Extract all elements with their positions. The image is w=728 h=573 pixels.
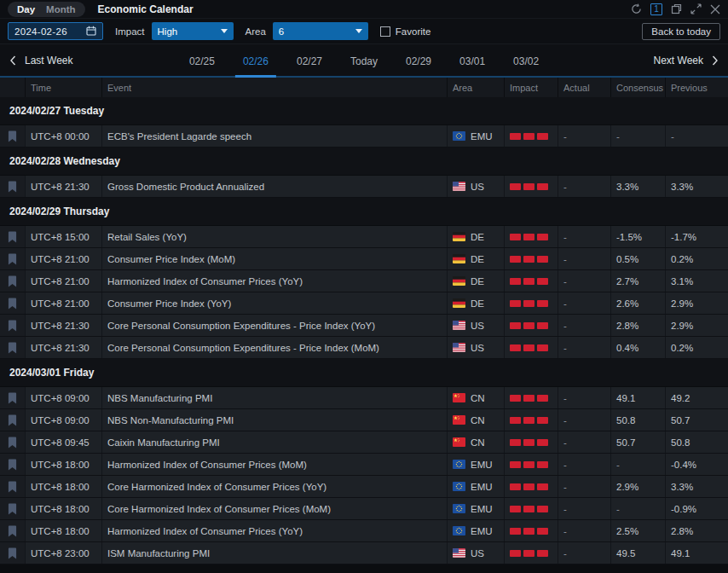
- event-consensus: -1.5%: [611, 226, 666, 247]
- bookmark-icon[interactable]: [0, 337, 26, 358]
- area-code: EMU: [471, 504, 493, 514]
- impact-bars-icon: [510, 528, 551, 535]
- impact-indicator: [505, 498, 558, 519]
- bookmark-icon[interactable]: [0, 409, 26, 431]
- event-row[interactable]: UTC+8 21:00Harmonized Index of Consumer …: [0, 270, 728, 292]
- bookmark-icon[interactable]: [0, 520, 26, 541]
- event-area: EMU: [448, 454, 505, 475]
- date-strip-item[interactable]: 02/27: [292, 44, 326, 78]
- event-previous: 3.1%: [666, 270, 728, 292]
- impact-bars-icon: [510, 483, 551, 490]
- bookmark-icon[interactable]: [0, 431, 26, 453]
- event-name: Harmonized Index of Consumer Prices (YoY…: [102, 520, 448, 541]
- duplicate-window-icon[interactable]: [671, 3, 682, 14]
- impact-indicator: [505, 431, 558, 453]
- date-strip-item[interactable]: 03/02: [509, 44, 543, 78]
- date-strip-item[interactable]: 03/01: [455, 44, 489, 78]
- event-row[interactable]: UTC+8 18:00Harmonized Index of Consumer …: [0, 454, 728, 476]
- bookmark-icon[interactable]: [0, 270, 26, 292]
- section-date-header: 2024/03/01 Friday: [0, 359, 728, 387]
- date-strip-item[interactable]: 02/25: [185, 44, 219, 78]
- event-time: UTC+8 21:30: [26, 176, 102, 197]
- bookmark-icon[interactable]: [0, 315, 26, 336]
- next-week-label: Next Week: [654, 55, 703, 67]
- refresh-icon[interactable]: [631, 3, 642, 14]
- event-row[interactable]: UTC+8 09:00NBS Non-Manufacturing PMICN-5…: [0, 409, 728, 431]
- date-strip-item[interactable]: Today: [346, 44, 382, 78]
- event-row[interactable]: UTC+8 21:30Core Personal Consumption Exp…: [0, 315, 728, 337]
- view-toggle: Day Month: [8, 2, 85, 17]
- expand-icon[interactable]: [690, 3, 702, 14]
- bookmark-icon[interactable]: [0, 498, 26, 519]
- event-area: EMU: [448, 476, 505, 497]
- event-row[interactable]: UTC+8 23:00ISM Manufacturing PMIUS-49.54…: [0, 542, 728, 564]
- event-row[interactable]: UTC+8 09:45Caixin Manufacturing PMICN-50…: [0, 431, 728, 454]
- event-row[interactable]: UTC+8 18:00Core Harmonized Index of Cons…: [0, 498, 728, 520]
- back-to-today-button[interactable]: Back to today: [642, 23, 720, 40]
- last-week-button[interactable]: Last Week: [9, 55, 72, 67]
- event-area: CN: [448, 409, 505, 431]
- event-name: Gross Domestic Product Annualized: [102, 176, 448, 197]
- event-row[interactable]: UTC+8 18:00Core Harmonized Index of Cons…: [0, 476, 728, 498]
- date-strip-item[interactable]: 02/29: [402, 44, 436, 78]
- date-picker[interactable]: 2024-02-26: [8, 22, 103, 40]
- section-date-header: 2024/02/27 Tuesday: [0, 97, 728, 125]
- event-row[interactable]: UTC+8 21:30Gross Domestic Product Annual…: [0, 176, 728, 198]
- bookmark-icon[interactable]: [0, 476, 26, 497]
- close-icon[interactable]: [710, 4, 720, 14]
- header-consensus: Consensus: [611, 78, 666, 97]
- impact-bars-icon: [510, 278, 551, 285]
- event-time: UTC+8 18:00: [26, 520, 102, 541]
- bookmark-icon[interactable]: [0, 454, 26, 475]
- bookmark-icon[interactable]: [0, 542, 26, 564]
- impact-indicator: [505, 292, 558, 314]
- impact-bars-icon: [510, 550, 551, 557]
- event-area: DE: [448, 292, 505, 314]
- event-name: ISM Manufacturing PMI: [102, 542, 448, 564]
- event-previous: 3.3%: [666, 476, 728, 497]
- impact-indicator: [505, 176, 558, 197]
- page-title: Economic Calendar: [98, 3, 194, 15]
- impact-select[interactable]: High: [152, 22, 234, 40]
- tab-month[interactable]: Month: [46, 4, 75, 14]
- event-time: UTC+8 09:00: [26, 409, 102, 431]
- bookmark-icon[interactable]: [0, 248, 26, 269]
- calendar-icon: [86, 26, 96, 38]
- area-code: US: [471, 321, 484, 331]
- event-row[interactable]: UTC+8 18:00Harmonized Index of Consumer …: [0, 520, 728, 542]
- cn-flag-icon: [453, 415, 465, 425]
- event-area: DE: [448, 270, 505, 292]
- favorite-filter[interactable]: Favorite: [380, 26, 431, 37]
- bookmark-icon[interactable]: [0, 292, 26, 314]
- event-previous: 50.7: [666, 409, 728, 431]
- tab-count-badge[interactable]: 1: [650, 3, 662, 15]
- bookmark-icon[interactable]: [0, 125, 26, 147]
- chevron-down-icon: [355, 29, 362, 33]
- event-row[interactable]: UTC+8 21:30Core Personal Consumption Exp…: [0, 337, 728, 359]
- area-code: US: [471, 548, 484, 559]
- event-actual: -: [558, 387, 611, 408]
- event-actual: -: [558, 498, 611, 519]
- bookmark-icon[interactable]: [0, 176, 26, 197]
- week-navigation: Last Week 02/2502/2602/27Today02/2903/01…: [0, 44, 728, 78]
- event-row[interactable]: UTC+8 21:00Consumer Price Index (MoM)DE-…: [0, 248, 728, 270]
- table-header: Time Event Area Impact Actual Consensus …: [0, 78, 728, 97]
- bookmark-icon[interactable]: [0, 226, 26, 247]
- eu-flag-icon: [453, 482, 465, 491]
- event-time: UTC+8 21:00: [26, 292, 102, 314]
- impact-indicator: [505, 125, 558, 147]
- event-name: Core Personal Consumption Expenditures -…: [102, 337, 448, 358]
- event-row[interactable]: UTC+8 09:00NBS Manufacturing PMICN-49.14…: [0, 387, 728, 409]
- favorite-checkbox[interactable]: [380, 26, 390, 37]
- event-row[interactable]: UTC+8 00:00ECB's President Lagarde speec…: [0, 125, 728, 148]
- event-row[interactable]: UTC+8 15:00Retail Sales (YoY)DE--1.5%-1.…: [0, 226, 728, 248]
- event-actual: -: [558, 226, 611, 247]
- next-week-button[interactable]: Next Week: [654, 55, 719, 67]
- area-select[interactable]: 6: [273, 22, 368, 40]
- event-actual: -: [558, 454, 611, 475]
- date-strip-item[interactable]: 02/26: [239, 44, 273, 78]
- header-bookmark: [0, 78, 26, 97]
- event-row[interactable]: UTC+8 21:00Consumer Price Index (YoY)DE-…: [0, 292, 728, 315]
- tab-day[interactable]: Day: [17, 4, 35, 14]
- bookmark-icon[interactable]: [0, 387, 26, 408]
